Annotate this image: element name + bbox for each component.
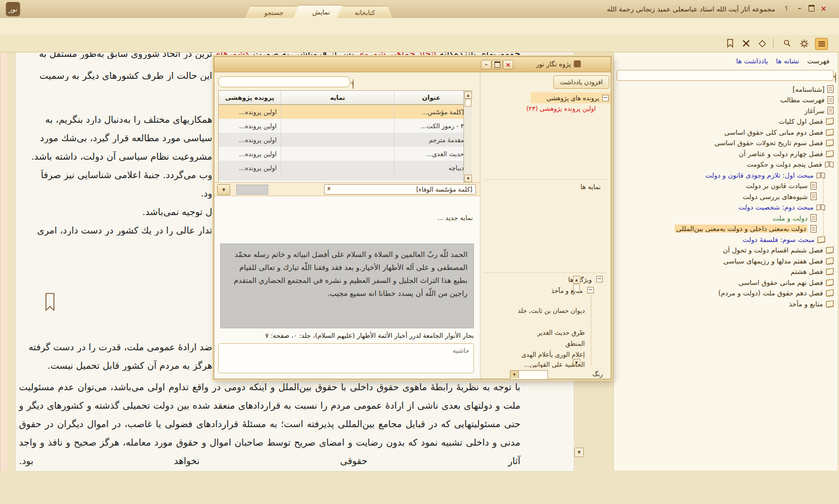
sidebar-link-3[interactable]: یادداشت ها <box>736 57 768 65</box>
page-margin-strip <box>0 44 7 471</box>
toc-item-17[interactable]: فصل هفتم مدلها و رژیمهای سیاسی <box>614 255 837 266</box>
bookmark-icon[interactable] <box>724 38 736 49</box>
index-table: عنوان نمایه پرونده پژوهشی [کلمة مؤسّس...… <box>218 90 468 183</box>
toc-item-5[interactable]: فصل دوم مبانی کلی حقوق اساسی <box>614 127 837 138</box>
toc-item-21[interactable]: منابع و مآخذ <box>614 298 837 309</box>
open-icon <box>817 204 825 210</box>
table-row[interactable]: ۴ - رموز الکت...اولین پرونده... <box>219 119 468 133</box>
sources-node[interactable]: منابع و مآخذ <box>551 287 594 294</box>
settings-gear-icon[interactable] <box>798 38 810 49</box>
dialog-minimize-icon[interactable]: – <box>481 60 491 69</box>
book-icon <box>826 118 834 125</box>
table-row[interactable]: حدیث الغدی...اولین پرونده... <box>219 147 468 161</box>
collapse-toggle-icon[interactable] <box>587 287 594 293</box>
sidebar-link-1[interactable]: فهرست <box>807 57 830 65</box>
sidebar-search-input[interactable] <box>627 70 832 80</box>
toc-item-19[interactable]: فصل نهم مبانی حقوق اساسی <box>614 277 837 288</box>
document-line-fragment: تدار عالی را در یك کشور در دست دارد، امر… <box>19 225 212 236</box>
dialog-close-icon[interactable]: × <box>503 60 513 69</box>
scroll-up-icon[interactable]: ▲ <box>464 91 472 99</box>
book-icon <box>826 268 834 275</box>
maximize-icon[interactable] <box>807 4 816 12</box>
toc-item-13[interactable]: دولت و ملت <box>614 213 837 224</box>
search-icon <box>835 72 836 83</box>
book-icon <box>826 247 834 253</box>
toc-item-2[interactable]: فهرست مطالب <box>614 95 837 106</box>
search-icon[interactable] <box>781 38 793 49</box>
minimize-icon[interactable]: – <box>795 4 804 12</box>
table-row[interactable]: دیباچهاولین پرونده... <box>219 161 468 175</box>
selected-index-field[interactable]: [کلمة مؤسّسة الوفاء] x <box>324 184 476 195</box>
document-line: حتی مسئولیتهایی که در قبایل مجامع بین‌ال… <box>19 419 520 429</box>
toc-item-11[interactable]: شیوه‌های بررسی دولت <box>614 191 837 202</box>
color-label: رنگ <box>592 370 603 378</box>
toc-item-16[interactable]: فصل ششم اقسام دولت و تحول آن <box>614 245 837 256</box>
toc-item-4[interactable]: فصل اول کلیات <box>614 116 837 127</box>
close-icon[interactable]: × <box>819 4 828 12</box>
toc-item-20[interactable]: فصل دهم حقوق ملت (دولت و مردم) <box>614 288 837 299</box>
toc-item-7[interactable]: فصل چهارم دولت و عناصر آن <box>614 148 837 159</box>
new-index-link[interactable]: نمایه جدید ... <box>437 214 473 222</box>
panel-scroll-up-icon[interactable]: ▲ <box>573 276 580 283</box>
index-table-header[interactable]: عنوان نمایه پرونده پژوهشی <box>219 91 468 105</box>
column-index[interactable]: نمایه <box>281 91 394 104</box>
table-scrollbar[interactable]: ▲ ▼ <box>463 90 472 182</box>
source-item-2[interactable]: طرق حدیث الغدیر <box>537 329 585 336</box>
toc-item-15[interactable]: مبحث سوم: فلسفۀ دولت <box>614 234 837 245</box>
panel-scroll-handle[interactable] <box>573 284 580 292</box>
dialog-note-icon <box>574 60 581 67</box>
column-title[interactable]: عنوان <box>394 91 468 104</box>
document-line: با توجه به نظریهٔ رابطهٔ ماهوی حقوق داخل… <box>19 382 520 392</box>
filter-color-swatch[interactable] <box>236 185 268 195</box>
toc-item-9[interactable]: مبحث اول: تلازم وجودی قانون و دولت <box>614 170 837 181</box>
research-files-root[interactable]: پرونده های پژوهشی <box>531 92 611 103</box>
book-icon <box>826 139 834 146</box>
source-item-3[interactable]: المنطق <box>565 340 585 347</box>
toc-item-6[interactable]: فصل سوم تاریخ تحولات حقوق اساسی <box>614 138 837 149</box>
dialog-maximize-icon[interactable] <box>492 60 502 69</box>
scroll-handle[interactable] <box>465 99 471 107</box>
color-combobox[interactable]: ▼ <box>510 370 548 380</box>
eraser-tag-icon[interactable] <box>756 38 768 49</box>
margin-note-textarea[interactable] <box>218 343 474 373</box>
bookmark-ribbon-icon[interactable] <box>44 292 56 312</box>
research-file-item[interactable]: اولین پرونده پژوهشی (۲۳) <box>526 105 596 112</box>
column-file[interactable]: پرونده پژوهشی <box>219 91 281 104</box>
scroll-down-icon[interactable]: ▼ <box>464 175 472 182</box>
collapse-toggle-icon[interactable] <box>602 95 609 101</box>
toc-label: فهرست مطالب <box>780 96 825 104</box>
dialog-search-input[interactable] <box>230 77 348 86</box>
source-item-5[interactable]: الحاشية على القوانين... <box>524 361 585 368</box>
toc-item-8[interactable]: فصل پنجم دولت و حکومت <box>614 159 837 170</box>
clear-index-icon[interactable]: x <box>327 185 331 192</box>
cell-file: اولین پرونده... <box>219 119 281 133</box>
cell-file: اولین پرونده... <box>219 161 281 175</box>
fit-expand-icon[interactable] <box>740 38 752 49</box>
sidebar-link-2[interactable]: نشانه ها <box>776 57 799 65</box>
toc-item-10[interactable]: سیادت قانون بر دولت <box>614 181 837 192</box>
source-item-1[interactable]: دیوان حسان بن ثابت, جلد <box>518 307 585 314</box>
source-item-4[interactable]: إعلام الوری بأعلام الهدی <box>521 351 585 358</box>
doc-icon <box>828 96 834 104</box>
sources-tree-guide <box>591 295 591 365</box>
toc-item-1[interactable]: [شناسنامه] <box>614 84 837 95</box>
toc-item-12[interactable]: مبحث دوم: شخصیت دولت <box>614 202 837 213</box>
main-tab-3[interactable]: کتابخانه <box>337 6 393 19</box>
collapse-toggle-icon[interactable] <box>596 276 603 282</box>
toc-panel-icon[interactable] <box>815 38 828 50</box>
toc-label: فصل دهم حقوق ملت (دولت و مردم) <box>718 289 823 297</box>
table-row[interactable]: مقدمۀ مترجماولین پرونده... <box>219 133 468 147</box>
filter-dropdown-icon[interactable]: ▼ <box>217 184 230 195</box>
add-note-button[interactable]: افزودن یادداشت <box>553 75 609 89</box>
help-icon[interactable]: ؟ <box>782 4 791 12</box>
cell-index <box>281 161 394 175</box>
document-scroll-down-button[interactable]: ▼ <box>574 448 584 457</box>
doc-icon <box>811 225 817 233</box>
window-title: مجموعه آثار آیت الله استاد عباسعلی عمید … <box>607 5 775 13</box>
doc-icon <box>811 182 817 190</box>
dialog-title-bar[interactable]: پژوه نگار نور – × <box>214 57 611 72</box>
toc-item-3[interactable]: سرآغاز <box>614 105 837 116</box>
toc-item-18[interactable]: فصل هشتم <box>614 266 837 277</box>
table-row[interactable]: [کلمة مؤسّس...اولین پرونده... <box>219 105 468 119</box>
toc-item-14[interactable]: دولت به‌معنی داخلی و دولت به‌معنی بین‌ال… <box>614 224 837 235</box>
